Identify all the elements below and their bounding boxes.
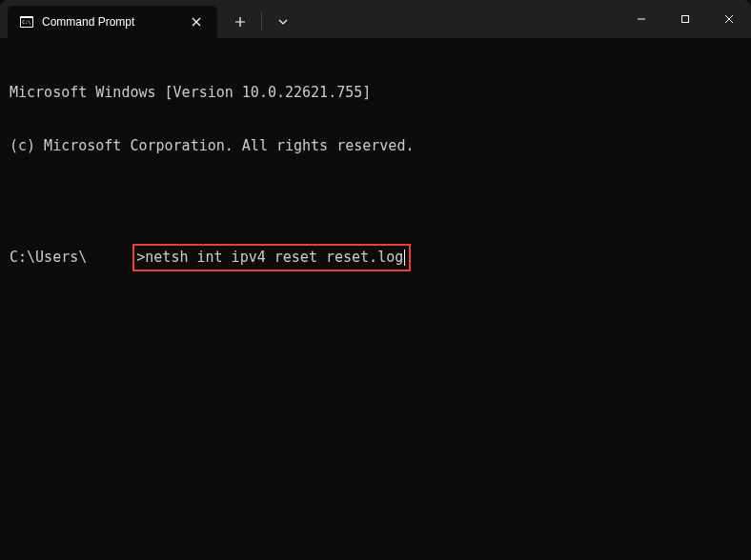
tab-actions: [217, 6, 298, 38]
command-input[interactable]: netsh int ipv4 reset reset.log: [145, 249, 403, 266]
text-cursor: [404, 250, 405, 266]
output-line: Microsoft Windows [Version 10.0.22621.75…: [10, 84, 741, 102]
svg-text:C:\: C:\: [22, 19, 30, 25]
tab-dropdown-button[interactable]: [268, 7, 298, 37]
maximize-icon: [680, 14, 690, 24]
redacted-username: [87, 251, 132, 265]
chevron-down-icon: [278, 19, 288, 25]
annotation-highlight: >netsh int ipv4 reset reset.log: [132, 244, 411, 271]
close-window-button[interactable]: [707, 0, 751, 38]
output-line: (c) Microsoft Corporation. All rights re…: [10, 137, 741, 155]
window-controls: [619, 0, 751, 38]
terminal-area[interactable]: Microsoft Windows [Version 10.0.22621.75…: [0, 38, 751, 299]
close-icon: [192, 17, 201, 27]
new-tab-button[interactable]: [225, 7, 255, 37]
titlebar-drag-area[interactable]: [298, 0, 619, 38]
tab-command-prompt[interactable]: C:\ Command Prompt: [8, 6, 217, 38]
titlebar: C:\ Command Prompt: [0, 0, 751, 38]
tab-title: Command Prompt: [42, 15, 187, 29]
maximize-button[interactable]: [663, 0, 707, 38]
svg-rect-3: [682, 16, 689, 23]
minimize-button[interactable]: [619, 0, 663, 38]
tab-close-button[interactable]: [187, 12, 206, 31]
minimize-icon: [637, 14, 646, 24]
prompt-gt: >: [136, 249, 145, 266]
prompt-line: C:\Users\>netsh int ipv4 reset reset.log: [10, 244, 741, 271]
close-icon: [724, 14, 734, 24]
divider: [261, 12, 262, 31]
blank-line: [10, 190, 741, 209]
plus-icon: [234, 16, 246, 28]
terminal-icon: C:\: [19, 14, 34, 30]
prompt-path-prefix: C:\Users\: [10, 249, 87, 266]
